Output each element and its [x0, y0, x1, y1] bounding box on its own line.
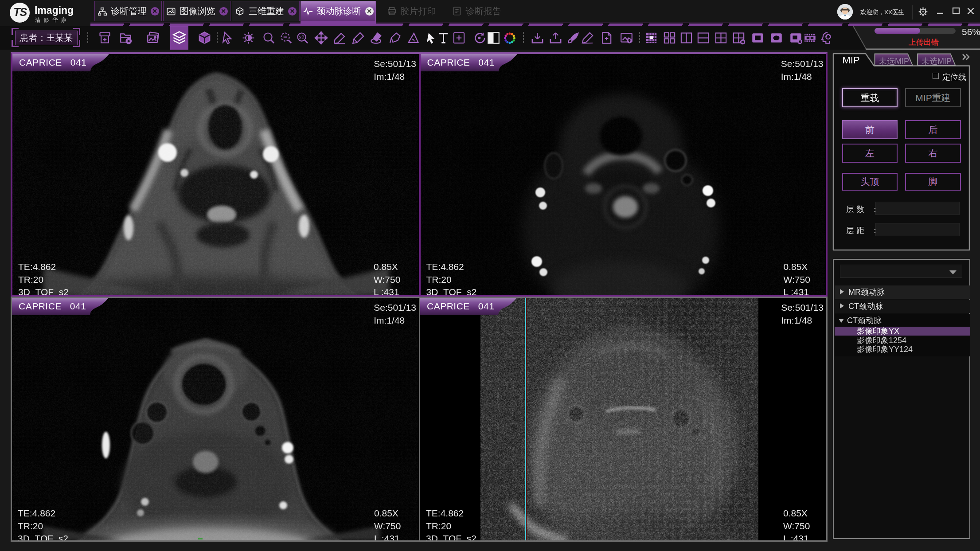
svg-text:x2: x2 [299, 35, 304, 40]
